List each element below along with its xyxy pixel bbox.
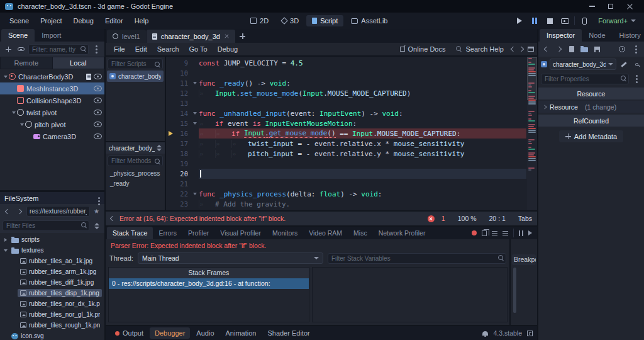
fs-item-textures[interactable]: textures [0, 245, 104, 256]
editor-tab-level1[interactable]: level1 [107, 30, 146, 43]
bottom-panel-output[interactable]: Output [110, 327, 148, 339]
debugger-tab-video-ram[interactable]: Video RAM [303, 227, 348, 239]
add-node-button[interactable] [3, 44, 13, 54]
debugger-tab-network-profiler[interactable]: Network Profiler [373, 227, 431, 239]
tree-chevron[interactable] [3, 76, 9, 78]
fs-item-rubber-tiles-arm-1k-jpg[interactable]: rubber_tiles_arm_1k.jpg [0, 266, 104, 277]
view-tab-remote[interactable]: Remote [1, 57, 52, 69]
scene-node-camera3d[interactable]: Camera3D [0, 130, 104, 142]
kebab-menu-icon[interactable] [98, 197, 100, 199]
play-button[interactable] [514, 15, 525, 26]
object-dropdown[interactable]: character_body_3d.gd [550, 59, 616, 70]
expand-panel-icon[interactable] [527, 331, 533, 336]
fold-gutter[interactable] [191, 82, 199, 84]
code-line-21[interactable]: 21 [166, 179, 526, 189]
debugger-tab-monitors[interactable]: Monitors [267, 227, 303, 239]
tree-chevron[interactable] [3, 238, 9, 242]
extra-options-button[interactable] [631, 59, 641, 69]
code-minimap[interactable] [527, 57, 537, 210]
new-resource-button[interactable] [567, 44, 577, 54]
new-tab-button[interactable] [236, 30, 250, 43]
menu-debug[interactable]: Debug [67, 14, 99, 27]
notifications-bell-icon[interactable] [482, 331, 488, 336]
fs-item-rubber-tiles-diff-1k-jpg[interactable]: rubber_tiles_diff_1k.jpg [0, 277, 104, 288]
code-line-17[interactable]: 17»»»twist_input = - event.relative.x * … [166, 139, 526, 149]
code-line-13[interactable]: 13 [166, 98, 526, 108]
fs-item-rubber-tiles-rough-1k-png[interactable]: rubber_tiles_rough_1k.png [0, 320, 104, 331]
code-line-22[interactable]: 22func _physics_process(delta: float) ->… [166, 189, 526, 199]
scene-node-twist-pivot[interactable]: twist pivot [0, 106, 104, 118]
screen-3d[interactable]: 3D [276, 15, 304, 26]
close-tab-icon[interactable] [225, 34, 228, 38]
breakpoints-scrollbar[interactable] [513, 268, 516, 313]
visibility-eye-icon[interactable] [94, 110, 102, 115]
stack-frame-row[interactable]: 0 - res://scripts/character_body_3d.gd:1… [109, 278, 309, 289]
code-line-19[interactable]: 19 [166, 159, 526, 169]
history-forward-icon[interactable] [519, 47, 524, 52]
scene-node-characterbody3d[interactable]: CharacterBody3D [0, 71, 104, 82]
prev-error-icon[interactable] [110, 216, 115, 221]
visibility-eye-icon[interactable] [94, 86, 102, 91]
debugger-tab-misc[interactable]: Misc [348, 227, 373, 239]
debugger-tab-profiler[interactable]: Profiler [182, 227, 214, 239]
scene-node-pitch-pivot[interactable]: pitch pivot [0, 118, 104, 130]
close-button[interactable] [620, 0, 639, 13]
resource-category[interactable]: Resource [538, 88, 644, 99]
fs-back-button[interactable] [3, 207, 13, 217]
sort-icon[interactable] [157, 145, 162, 151]
indent-type[interactable]: Tabs [518, 215, 532, 222]
script-menu-go-to[interactable]: Go To [184, 43, 213, 55]
continue-icon[interactable] [528, 230, 532, 235]
link-search-help[interactable]: Search Help [453, 44, 507, 54]
add-metadata-button[interactable]: Add Metadata [559, 130, 624, 142]
bottom-panel-audio[interactable]: Audio [191, 327, 219, 339]
collapse-all-icon[interactable] [492, 231, 497, 235]
minimize-button[interactable] [582, 0, 601, 13]
bottom-panel-shader-editor[interactable]: Shader Editor [262, 327, 314, 339]
code-line-18[interactable]: 18»»»pitch_input = - event.relative.y * … [166, 149, 526, 159]
script-menu-edit[interactable]: Edit [130, 43, 152, 55]
tree-chevron[interactable] [3, 249, 9, 252]
tree-chevron[interactable] [19, 123, 25, 126]
pause-button[interactable] [529, 15, 540, 26]
remote-debug-button[interactable] [579, 15, 590, 26]
link-online-docs[interactable]: Online Docs [397, 44, 449, 54]
property-menu-button[interactable] [631, 74, 641, 84]
editor-tab-character-body-3d[interactable]: character_body_3d [147, 30, 235, 43]
maximize-button[interactable] [601, 0, 620, 13]
fs-filter-input[interactable] [3, 220, 89, 231]
code-line-10[interactable]: 10 [166, 68, 526, 78]
code-line-16[interactable]: 16»»if Input.get_mouse_mode() == Input.M… [166, 128, 526, 139]
menu-editor[interactable]: Editor [99, 14, 129, 27]
code-editor[interactable]: 9const JUMP_VELOCITY = 4.51011func _read… [166, 57, 537, 210]
float-panel-icon[interactable] [528, 47, 534, 52]
script-menu-search[interactable]: Search [152, 43, 184, 55]
code-line-9[interactable]: 9const JUMP_VELOCITY = 4.5 [166, 58, 526, 68]
save-resource-button[interactable] [592, 44, 602, 54]
scene-filter-input[interactable] [28, 44, 89, 55]
screen-script[interactable]: Script [306, 15, 343, 26]
resource-section[interactable]: Resource (1 change) [538, 101, 644, 113]
fs-sort-button[interactable] [92, 221, 102, 231]
inspector-tab-history[interactable]: History [613, 29, 644, 42]
menu-help[interactable]: Help [129, 14, 155, 27]
screen-2d[interactable]: 2D [245, 15, 274, 26]
bottom-panel-debugger[interactable]: Debugger [150, 327, 190, 339]
fs-item-rubber-tiles-nor-gl-1k-png[interactable]: rubber_tiles_nor_gl_1k.png [0, 309, 104, 320]
tab-import[interactable]: Import [35, 29, 68, 42]
menu-scene[interactable]: Scene [4, 14, 35, 27]
fold-gutter[interactable] [191, 122, 199, 125]
fs-forward-button[interactable] [14, 207, 25, 217]
fs-item-rubber-tiles-ao-1k-jpg[interactable]: rubber_tiles_ao_1k.jpg [0, 256, 104, 266]
screen-assetlib[interactable]: AssetLib [345, 15, 393, 26]
fold-gutter[interactable] [191, 193, 199, 195]
break-icon[interactable] [519, 230, 523, 236]
debugger-tab-stack-trace[interactable]: Stack Trace [107, 227, 153, 239]
scene-node-meshinstance3d[interactable]: MeshInstance3D [0, 82, 104, 94]
visibility-eye-icon[interactable] [94, 122, 102, 127]
code-line-14[interactable]: 14func _unhandled_input(event: InputEven… [166, 108, 526, 118]
debugger-tab-errors[interactable]: Errors [153, 227, 182, 239]
tab-scene[interactable]: Scene [1, 29, 35, 42]
load-resource-button[interactable] [579, 44, 589, 54]
edit-script-button[interactable] [619, 59, 629, 69]
